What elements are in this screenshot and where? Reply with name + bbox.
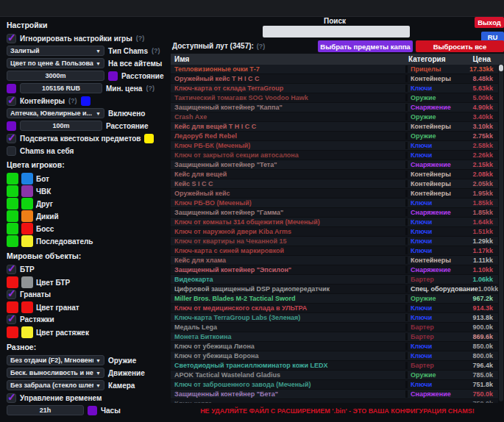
table-row[interactable]: ВидеокартаБартер1.06kk — [171, 275, 498, 284]
table-row[interactable]: Защищенный контейнер "Каппа"Снаряжение4.… — [171, 103, 498, 112]
time-control-checkbox[interactable] — [7, 393, 16, 403]
color-swatch[interactable] — [21, 185, 33, 197]
table-row[interactable]: Ключ-карта TerraGroup Labs (Зеленая)Ключ… — [171, 313, 498, 322]
table-row[interactable]: Цифровой защищенный DSP радиопередатчикС… — [171, 285, 498, 293]
exit-button[interactable]: Выход — [475, 17, 504, 28]
table-row[interactable]: Ключ от убежища ЛионаКлючи850.0k — [171, 342, 498, 351]
table-row[interactable]: Защищенный контейнер "Бета"Снаряжение750… — [171, 390, 498, 398]
table-row[interactable]: Тепловизионные очки Т-7Прицелы17.33kk — [171, 65, 498, 74]
table-row[interactable]: Оружейный кейс T H I C CКонтейнеры8.48kk — [171, 74, 498, 83]
table-row[interactable]: Ключ от наружной двери Kiba ArmsКлючи1.5… — [171, 227, 498, 236]
color-swatch[interactable] — [88, 406, 97, 415]
item-price: 3.40kk — [469, 113, 498, 121]
table-row[interactable]: Защищенный контейнер "Эпсилон"Снаряжение… — [171, 265, 498, 274]
item-category: Прицелы — [405, 65, 469, 73]
table-row[interactable]: Оружейный кейсКонтейнеры1.95kk — [171, 189, 498, 198]
item-name: Ключ от закрытой секции автосалона — [171, 151, 405, 159]
item-price: 1.85kk — [469, 209, 498, 216]
camera-dropdown[interactable]: Без забрала (стекло шлема)▼ — [7, 380, 104, 390]
color-swatch[interactable] — [7, 210, 18, 222]
color-swatch[interactable] — [7, 223, 18, 235]
item-name: Ключ-карта — [171, 400, 405, 403]
color-swatch[interactable] — [21, 198, 33, 210]
grenades-checkbox[interactable] — [7, 290, 16, 299]
item-price: 1.85kk — [469, 199, 498, 207]
chams-type-dropdown[interactable]: Залитый▼ — [7, 46, 104, 56]
table-row[interactable]: Ключ от комнаты 314 общежития (Меченый)К… — [171, 218, 498, 226]
color-swatch[interactable] — [144, 134, 154, 143]
item-category: Снаряжение — [405, 104, 469, 111]
color-swatch[interactable] — [21, 326, 33, 338]
color-swatch[interactable] — [21, 235, 33, 247]
color-swatch[interactable] — [7, 84, 16, 93]
table-row[interactable]: Ключ РБ-ВО (Меченый)Ключи1.85kk — [171, 199, 498, 207]
table-row[interactable]: Кейс S I C CКонтейнеры2.05kk — [171, 179, 498, 188]
table-row[interactable]: Защищенный контейнер "Гамма"Снаряжение1.… — [171, 208, 498, 217]
search-input[interactable] — [263, 26, 410, 37]
table-row[interactable]: Тактический томагавк SOG Voodoo HawkОруж… — [171, 93, 498, 102]
color-swatch[interactable] — [7, 326, 18, 338]
color-swatch[interactable] — [21, 301, 33, 313]
table-row[interactable]: Медаль LegaБартер900.0k — [171, 323, 498, 332]
movement-dropdown[interactable]: Беск. выносливость и нет уста▼ — [7, 368, 104, 378]
table-row[interactable]: Ключ-карта с синей маркировкойКлючи1.17k… — [171, 246, 498, 255]
ignore-game-settings-checkbox[interactable] — [7, 34, 16, 43]
table-row[interactable]: Кейс для вещей T H I C CКонтейнеры3.10kk — [171, 122, 498, 131]
table-row[interactable]: Ключ от убежища ВоронаКлючи800.0k — [171, 351, 498, 360]
hours-input[interactable]: 21h — [7, 405, 84, 415]
table-row[interactable]: Защищенный контейнер "Тета"Снаряжение2.1… — [171, 160, 498, 169]
color-swatch[interactable] — [81, 96, 90, 106]
select-kappa-items-button[interactable]: Выбрать предметы каппа — [318, 40, 413, 52]
item-name: Ключ от медицинского склада в УЛЬТРА — [171, 304, 405, 312]
table-row[interactable]: Ключ от медицинского склада в УЛЬТРАКлюч… — [171, 304, 498, 312]
table-row[interactable]: Ледоруб Red RebelОружие2.75kk — [171, 132, 498, 140]
color-mode-dropdown[interactable]: Цвет по цене & Пользователь▼ — [7, 58, 104, 68]
table-row[interactable]: Кейс для вещейКонтейнеры2.08kk — [171, 170, 498, 179]
table-row[interactable]: Ключ-карта от склада TerraGroupКлючи5.63… — [171, 84, 498, 93]
table-row[interactable]: Ключ от квартиры на Чеканной 15Ключи1.29… — [171, 237, 498, 246]
quest-highlight-checkbox[interactable] — [7, 134, 16, 143]
color-swatch[interactable] — [21, 223, 33, 235]
item-category: Ключи — [405, 237, 469, 245]
color-swatch[interactable] — [7, 121, 16, 131]
weapon-dropdown[interactable]: Без отдачи (F2), Мгновенное п▼ — [7, 355, 104, 365]
color-swatch[interactable] — [21, 210, 33, 222]
color-swatch[interactable] — [7, 235, 18, 247]
table-row[interactable]: Crash AxeОружие3.40kk — [171, 112, 498, 121]
camera-label: Камера — [108, 382, 135, 390]
table-row[interactable]: Ключ от заброшенного завода (Меченый)Клю… — [171, 380, 498, 389]
item-name: Монета Биткоина — [171, 333, 405, 340]
table-row[interactable]: Кейс для хламаКонтейнеры1.11kk — [171, 256, 498, 265]
color-swatch[interactable] — [21, 173, 33, 185]
table-row[interactable]: APOK Tactical Wasteland GladiusОружие785… — [171, 371, 498, 379]
table-row[interactable]: Светодиодный трансиллюминатор кожи LEDXБ… — [171, 361, 498, 370]
table-row[interactable]: Ключ-карта750.0k — [171, 399, 498, 403]
tripwires-checkbox[interactable] — [7, 315, 16, 324]
containers-filter-dropdown[interactable]: Аптечка, Ювелирные и...▼ — [7, 108, 104, 118]
table-row[interactable]: Ключ РБ-БК (Меченый)Ключи2.58kk — [171, 141, 498, 150]
scrollbar-track[interactable] — [499, 65, 503, 401]
table-row[interactable]: Miller Bros. Blades M-2 Tactical SwordОр… — [171, 294, 498, 303]
color-swatch[interactable] — [108, 71, 118, 81]
color-swatch[interactable] — [7, 185, 18, 197]
item-price: 5.00kk — [469, 94, 498, 101]
grenades-label: Гранаты — [20, 290, 51, 298]
item-name: Защищенный контейнер "Каппа" — [171, 104, 405, 111]
scrollbar-thumb[interactable] — [499, 65, 503, 71]
containers-distance-input[interactable]: 100m — [20, 121, 102, 131]
color-swatch[interactable] — [7, 198, 18, 210]
color-swatch[interactable] — [21, 276, 33, 288]
distance-input[interactable]: 3000m — [7, 71, 104, 81]
containers-checkbox[interactable] — [7, 96, 16, 106]
item-category: Снаряжение — [405, 266, 469, 273]
table-row[interactable]: Монета БиткоинаБартер869.6k — [171, 332, 498, 341]
btr-label: БТР — [20, 265, 35, 273]
color-swatch[interactable] — [7, 173, 18, 185]
table-row[interactable]: Ключ от закрытой секции автосалонаКлючи2… — [171, 151, 498, 160]
table-header: Имя Категория Цена — [171, 54, 504, 65]
item-name: Ледоруб Red Rebel — [171, 132, 405, 140]
btr-checkbox[interactable] — [7, 265, 16, 274]
min-price-input[interactable]: 105156 RUB — [20, 83, 102, 93]
chams-self-checkbox[interactable] — [7, 146, 16, 156]
drop-all-button[interactable]: Выбросить все — [416, 40, 504, 52]
